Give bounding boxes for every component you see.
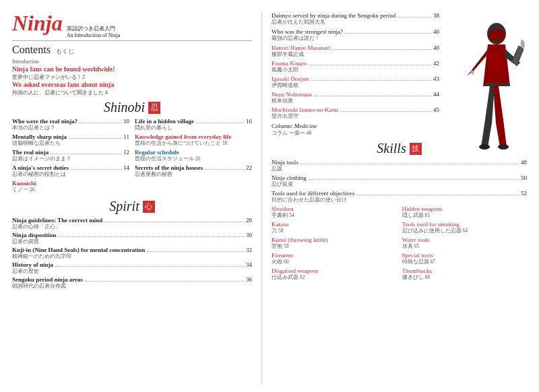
shinobi-r-item-2: Regular schedule 普段の生活スケジュール 20 [135,149,252,162]
tool-3: Firearms 火砲 60 [272,252,397,265]
shinobi-r-item-0: Life in a hidden village 16 隠れ里の暮らし [135,118,252,131]
skills-label: Skills [377,141,406,156]
spirit-item-3: History of ninja 34 忍者の歴史 [12,261,252,275]
intro-link-1[interactable]: Ninja fans can be found worldwide! [12,65,252,73]
tool-0: Shuriken 手裏剣 54 [272,205,397,219]
shinobi-item-1: Mentally sharp ninja 11 頭脳明晰な忍者たち [12,133,129,147]
shinobi-item-0: Who were the real ninja? 10 本当の忍者とは？ [12,118,129,131]
right-column: Daimyo served by ninja during the Sengok… [261,12,527,384]
spirit-label: Spirit [109,199,139,214]
daimyo-num: 38 [433,12,439,19]
column-note: Column: Medicine [272,123,439,129]
ninja-illustration [439,12,527,187]
contents-heading: Contents もくじ [12,44,252,56]
subtitle-block: 英語訳つき忍者入門 An Introduction of Ninja [67,25,121,38]
spirit-heading: Spirit 心 [12,199,252,214]
name-item-1: Fuuma Kotaro 42 風魔小太郎 [272,60,439,73]
subtitle-en: An Introduction of Ninja [67,32,121,38]
skills-left-tools: Shuriken 手裏剣 54 Katana 刀 58 Kunai (throw… [272,205,397,283]
daimyo-en: Daimyo served by ninja during the Sengok… [272,12,395,19]
intro-sub-2: 外国の人に、忍者について聞きました 4 [12,89,252,96]
spirit-section: Ninja guidelines: The correct mind 28 忍者… [12,217,252,290]
strongest-jp: 最強の忍者は誰だ！ [272,35,439,42]
kunoichi-item: Kunoichi くノ一 26 [12,180,129,193]
column-jp: コラム ー薬ー 46 [272,130,439,137]
intro-link-2[interactable]: We asked overseas fans about ninja [12,81,252,88]
skills-right-tools: Hidden weapons 隠し武器 63 Tools used for sn… [402,205,528,283]
svg-rect-2 [492,32,503,36]
svg-point-3 [479,144,490,150]
column-topic: Medicine [294,123,317,129]
shinobi-r-item-1: Knowledge gained from everyday life 普段の生… [135,133,252,147]
intro-section: Introduction Ninja fans can be found wor… [12,59,252,96]
intro-label: Introduction [12,59,252,65]
contents-label-en: Contents [12,44,51,56]
skill-intro-2: Tools used for different objectives 52 目… [272,190,527,203]
subtitle-jp: 英語訳つき忍者入門 [67,26,115,32]
strongest-num: 40 [433,28,439,35]
svg-point-4 [498,144,509,150]
name-item-4: Mochizuki Izumo-no-Kami 45 望月出雲守 [272,106,439,120]
shinobi-right-col: Life in a hidden village 16 隠れ里の暮らし Know… [135,118,252,195]
shinobi-left-col: Who were the real ninja? 10 本当の忍者とは？ Men… [12,118,129,195]
daimyo-jp: 忍者が仕えた戦国大名 [272,19,439,26]
rtool-0: Hidden weapons 隠し武器 63 [402,205,528,219]
contents-label-jp: もくじ [56,47,74,56]
shinobi-heading: Shinobi 忍 [12,100,252,115]
shinobi-content: Who were the real ninja? 10 本当の忍者とは？ Men… [12,118,252,195]
header-title: Ninja 英語訳つき忍者入門 An Introduction of Ninja [12,12,252,38]
spirit-item-2: Kuji-in (Nine Hand Seals) for mental con… [12,247,252,260]
tool-4: Disguised weapons 仕込み武器 62 [272,267,397,281]
svg-marker-6 [470,70,474,75]
name-item-2: Igasaki Doujun 43 伊賀崎道順 [272,75,439,89]
shinobi-item-2: The real ninja 12 忍者はイメージのまま？ [12,149,129,162]
rtool-1: Tools used for sneaking 忍び込みに使用した忍器 64 [402,221,528,234]
ninja-figure [439,12,527,187]
strongest-en: Who was the strongest ninja? [272,28,343,35]
shinobi-kanji: 忍 [148,102,160,114]
shinobi-item-3: A ninja's secret duties 14 忍者の秘密の役割とは [12,164,129,178]
tool-2: Kunai (throwing knife) 苦無 59 [272,236,397,250]
strongest-section: Who was the strongest ninja? 40 最強の忍者は誰だ… [272,28,439,42]
tool-1: Katana 刀 58 [272,221,397,234]
name-item-3: Nezu Nobumasa 44 根来信政 [272,91,439,104]
spirit-item-0: Ninja guidelines: The correct mind 28 忍者… [12,217,252,230]
spirit-kanji: 心 [143,201,155,213]
intro-sub-1: 世界中に忍者ファンがいる！2 [12,73,252,81]
daimyo-section: Daimyo served by ninja during the Sengok… [272,12,439,26]
main-title: Ninja [12,12,63,34]
name-item-0: Hattori Hanzo Masanari 40 服部半蔵正成 [272,44,439,58]
rtool-2: Water tools 水具 65 [402,236,528,250]
rtool-3: Special tools 特殊な忍器 67 [402,252,528,265]
skills-kanji: 技 [410,143,422,155]
header-divider [12,40,252,41]
shinobi-label: Shinobi [104,100,145,115]
svg-rect-5 [485,83,510,86]
rtool-4: Thumbtacks 撒きびし 68 [402,267,528,281]
names-list: Hattori Hanzo Masanari 40 服部半蔵正成 Fuuma K… [272,44,439,120]
shinobi-r-item-3: Secrets of the ninja houses 22 忍者屋敷の秘密 [135,164,252,178]
column-label: Column: [272,123,293,129]
spirit-item-1: Ninja disposition 30 忍者の資質 [12,232,252,245]
spirit-item-4: Sengoku period ninja areas 36 戦国時代の忍者分布図 [12,276,252,290]
skills-tools-grid: Shuriken 手裏剣 54 Katana 刀 58 Kunai (throw… [272,205,527,283]
